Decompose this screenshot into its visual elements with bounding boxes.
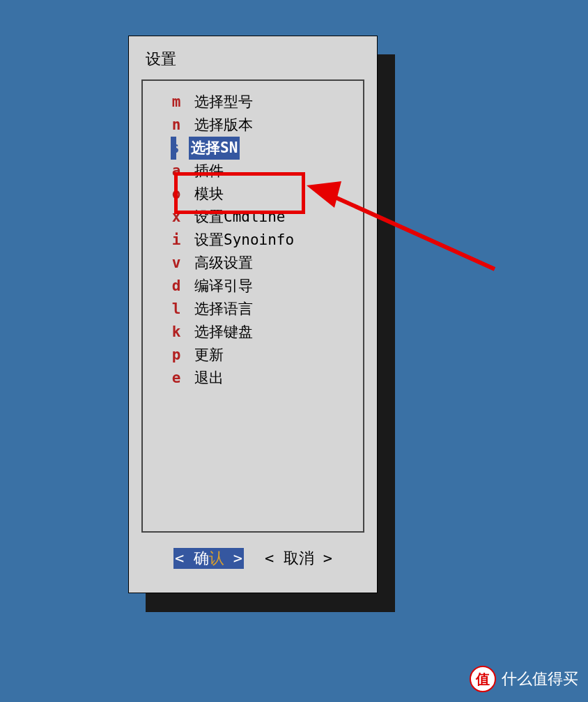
menu-key: e [171,367,182,390]
cancel-button[interactable]: < 取消 > [265,548,332,569]
watermark-text: 什么值得买 [502,669,578,689]
menu-label: 选择键盘 [194,321,253,344]
menu-label: 高级设置 [194,252,253,275]
menu-label: 选择版本 [194,114,253,137]
dialog-title: 设置 [141,49,364,70]
menu-key: l [171,298,182,321]
menu-key: d [171,275,182,298]
menu-key: a [171,160,182,183]
settings-dialog: 设置 m 选择型号 n 选择版本 s 选择SN a 插件 o 模块 x 设置Cm… [128,36,378,593]
menu-label: 模块 [194,183,224,206]
ok-button-pre: 确 [194,549,209,567]
menu-item-addons[interactable]: a 插件 [171,160,357,183]
menu-item-synoinfo[interactable]: i 设置Synoinfo [171,229,357,252]
menu-item-modules[interactable]: o 模块 [171,183,357,206]
menu-label: 退出 [194,367,224,390]
menu-label: 设置Cmdline [194,206,286,229]
menu-list-box: m 选择型号 n 选择版本 s 选择SN a 插件 o 模块 x 设置Cmdli… [141,79,364,533]
menu-key: k [171,321,182,344]
menu-item-keyboard[interactable]: k 选择键盘 [171,321,357,344]
menu-key: x [171,206,182,229]
dialog-buttons: < 确认 > < 取消 > [141,548,364,569]
menu-label: 选择SN [189,137,240,160]
menu-label: 设置Synoinfo [194,229,294,252]
menu-label: 更新 [194,344,224,367]
watermark: 值 什么值得买 [470,666,578,692]
menu-item-model[interactable]: m 选择型号 [171,91,357,114]
menu-item-exit[interactable]: e 退出 [171,367,357,390]
menu-item-sn[interactable]: s 选择SN [171,137,357,160]
menu-item-build[interactable]: d 编译引导 [171,275,357,298]
menu-item-version[interactable]: n 选择版本 [171,114,357,137]
menu-key: i [171,229,182,252]
menu-item-cmdline[interactable]: x 设置Cmdline [171,206,357,229]
menu-key: p [171,344,182,367]
menu-item-update[interactable]: p 更新 [171,344,357,367]
ok-button-hotkey: 认 [209,549,224,567]
menu-label: 编译引导 [194,275,253,298]
ok-button[interactable]: < 确认 > [173,548,244,569]
menu-item-language[interactable]: l 选择语言 [171,298,357,321]
menu-key: m [171,91,182,114]
menu-label: 选择语言 [194,298,253,321]
menu-key: o [171,183,182,206]
menu-label: 选择型号 [194,91,253,114]
menu-label: 插件 [194,160,224,183]
menu-key: n [171,114,182,137]
cancel-button-label: 取消 [284,549,314,567]
menu-key: v [171,252,182,275]
menu-item-advanced[interactable]: v 高级设置 [171,252,357,275]
watermark-badge-icon: 值 [470,666,496,692]
menu-key: s [171,137,176,160]
